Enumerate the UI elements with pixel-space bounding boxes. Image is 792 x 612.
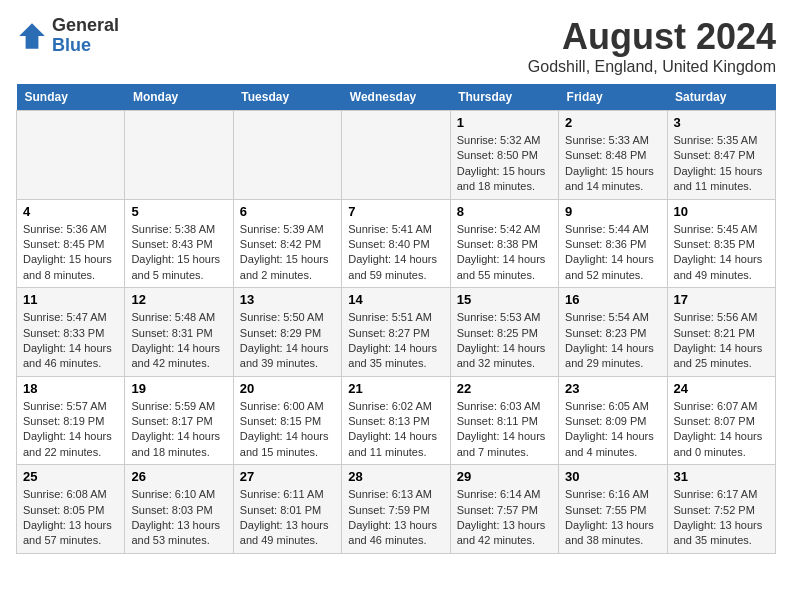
calendar-cell: 26Sunrise: 6:10 AMSunset: 8:03 PMDayligh… xyxy=(125,465,233,554)
day-number: 12 xyxy=(131,292,226,307)
day-info: Sunrise: 5:41 AMSunset: 8:40 PMDaylight:… xyxy=(348,222,443,284)
calendar-cell: 30Sunrise: 6:16 AMSunset: 7:55 PMDayligh… xyxy=(559,465,667,554)
day-info: Sunrise: 6:00 AMSunset: 8:15 PMDaylight:… xyxy=(240,399,335,461)
calendar-cell: 15Sunrise: 5:53 AMSunset: 8:25 PMDayligh… xyxy=(450,288,558,377)
day-number: 11 xyxy=(23,292,118,307)
day-number: 4 xyxy=(23,204,118,219)
day-number: 15 xyxy=(457,292,552,307)
day-info: Sunrise: 6:14 AMSunset: 7:57 PMDaylight:… xyxy=(457,487,552,549)
day-info: Sunrise: 5:36 AMSunset: 8:45 PMDaylight:… xyxy=(23,222,118,284)
calendar-cell: 17Sunrise: 5:56 AMSunset: 8:21 PMDayligh… xyxy=(667,288,775,377)
calendar-cell: 7Sunrise: 5:41 AMSunset: 8:40 PMDaylight… xyxy=(342,199,450,288)
day-info: Sunrise: 5:32 AMSunset: 8:50 PMDaylight:… xyxy=(457,133,552,195)
logo-icon xyxy=(16,20,48,52)
day-number: 16 xyxy=(565,292,660,307)
day-number: 29 xyxy=(457,469,552,484)
day-number: 2 xyxy=(565,115,660,130)
calendar-cell: 28Sunrise: 6:13 AMSunset: 7:59 PMDayligh… xyxy=(342,465,450,554)
day-info: Sunrise: 6:11 AMSunset: 8:01 PMDaylight:… xyxy=(240,487,335,549)
calendar-week-5: 25Sunrise: 6:08 AMSunset: 8:05 PMDayligh… xyxy=(17,465,776,554)
day-number: 24 xyxy=(674,381,769,396)
day-number: 10 xyxy=(674,204,769,219)
calendar-cell xyxy=(17,111,125,200)
day-number: 18 xyxy=(23,381,118,396)
day-info: Sunrise: 6:08 AMSunset: 8:05 PMDaylight:… xyxy=(23,487,118,549)
calendar-cell: 24Sunrise: 6:07 AMSunset: 8:07 PMDayligh… xyxy=(667,376,775,465)
day-number: 3 xyxy=(674,115,769,130)
day-info: Sunrise: 5:38 AMSunset: 8:43 PMDaylight:… xyxy=(131,222,226,284)
logo-text: General Blue xyxy=(52,16,119,56)
day-info: Sunrise: 5:35 AMSunset: 8:47 PMDaylight:… xyxy=(674,133,769,195)
calendar-cell: 1Sunrise: 5:32 AMSunset: 8:50 PMDaylight… xyxy=(450,111,558,200)
day-info: Sunrise: 6:05 AMSunset: 8:09 PMDaylight:… xyxy=(565,399,660,461)
calendar-week-4: 18Sunrise: 5:57 AMSunset: 8:19 PMDayligh… xyxy=(17,376,776,465)
day-info: Sunrise: 6:02 AMSunset: 8:13 PMDaylight:… xyxy=(348,399,443,461)
calendar-body: 1Sunrise: 5:32 AMSunset: 8:50 PMDaylight… xyxy=(17,111,776,554)
day-info: Sunrise: 5:59 AMSunset: 8:17 PMDaylight:… xyxy=(131,399,226,461)
calendar-cell: 18Sunrise: 5:57 AMSunset: 8:19 PMDayligh… xyxy=(17,376,125,465)
day-info: Sunrise: 6:03 AMSunset: 8:11 PMDaylight:… xyxy=(457,399,552,461)
day-number: 21 xyxy=(348,381,443,396)
day-info: Sunrise: 5:51 AMSunset: 8:27 PMDaylight:… xyxy=(348,310,443,372)
day-info: Sunrise: 5:47 AMSunset: 8:33 PMDaylight:… xyxy=(23,310,118,372)
day-number: 28 xyxy=(348,469,443,484)
day-info: Sunrise: 5:48 AMSunset: 8:31 PMDaylight:… xyxy=(131,310,226,372)
day-info: Sunrise: 5:54 AMSunset: 8:23 PMDaylight:… xyxy=(565,310,660,372)
day-info: Sunrise: 5:45 AMSunset: 8:35 PMDaylight:… xyxy=(674,222,769,284)
calendar-cell: 3Sunrise: 5:35 AMSunset: 8:47 PMDaylight… xyxy=(667,111,775,200)
day-info: Sunrise: 6:10 AMSunset: 8:03 PMDaylight:… xyxy=(131,487,226,549)
day-info: Sunrise: 5:42 AMSunset: 8:38 PMDaylight:… xyxy=(457,222,552,284)
header-row: Sunday Monday Tuesday Wednesday Thursday… xyxy=(17,84,776,111)
header-tuesday: Tuesday xyxy=(233,84,341,111)
day-number: 26 xyxy=(131,469,226,484)
header-wednesday: Wednesday xyxy=(342,84,450,111)
day-info: Sunrise: 5:50 AMSunset: 8:29 PMDaylight:… xyxy=(240,310,335,372)
logo-blue: Blue xyxy=(52,36,119,56)
calendar-cell xyxy=(233,111,341,200)
day-number: 30 xyxy=(565,469,660,484)
calendar-week-2: 4Sunrise: 5:36 AMSunset: 8:45 PMDaylight… xyxy=(17,199,776,288)
day-info: Sunrise: 5:44 AMSunset: 8:36 PMDaylight:… xyxy=(565,222,660,284)
day-number: 9 xyxy=(565,204,660,219)
header-monday: Monday xyxy=(125,84,233,111)
calendar-cell: 13Sunrise: 5:50 AMSunset: 8:29 PMDayligh… xyxy=(233,288,341,377)
calendar-header: Sunday Monday Tuesday Wednesday Thursday… xyxy=(17,84,776,111)
header-sunday: Sunday xyxy=(17,84,125,111)
calendar-cell: 19Sunrise: 5:59 AMSunset: 8:17 PMDayligh… xyxy=(125,376,233,465)
svg-marker-0 xyxy=(19,23,45,49)
header-saturday: Saturday xyxy=(667,84,775,111)
subtitle: Godshill, England, United Kingdom xyxy=(528,58,776,76)
day-number: 22 xyxy=(457,381,552,396)
day-number: 8 xyxy=(457,204,552,219)
day-number: 25 xyxy=(23,469,118,484)
calendar-cell: 2Sunrise: 5:33 AMSunset: 8:48 PMDaylight… xyxy=(559,111,667,200)
main-title: August 2024 xyxy=(528,16,776,58)
calendar-cell: 21Sunrise: 6:02 AMSunset: 8:13 PMDayligh… xyxy=(342,376,450,465)
calendar-cell: 20Sunrise: 6:00 AMSunset: 8:15 PMDayligh… xyxy=(233,376,341,465)
day-number: 13 xyxy=(240,292,335,307)
day-info: Sunrise: 6:13 AMSunset: 7:59 PMDaylight:… xyxy=(348,487,443,549)
logo-general: General xyxy=(52,16,119,36)
day-info: Sunrise: 5:39 AMSunset: 8:42 PMDaylight:… xyxy=(240,222,335,284)
calendar-cell xyxy=(125,111,233,200)
day-number: 20 xyxy=(240,381,335,396)
page-header: General Blue August 2024 Godshill, Engla… xyxy=(16,16,776,76)
day-info: Sunrise: 6:17 AMSunset: 7:52 PMDaylight:… xyxy=(674,487,769,549)
calendar-cell: 29Sunrise: 6:14 AMSunset: 7:57 PMDayligh… xyxy=(450,465,558,554)
day-info: Sunrise: 6:07 AMSunset: 8:07 PMDaylight:… xyxy=(674,399,769,461)
day-info: Sunrise: 5:53 AMSunset: 8:25 PMDaylight:… xyxy=(457,310,552,372)
logo: General Blue xyxy=(16,16,119,56)
calendar-week-3: 11Sunrise: 5:47 AMSunset: 8:33 PMDayligh… xyxy=(17,288,776,377)
calendar-cell: 9Sunrise: 5:44 AMSunset: 8:36 PMDaylight… xyxy=(559,199,667,288)
calendar-cell: 5Sunrise: 5:38 AMSunset: 8:43 PMDaylight… xyxy=(125,199,233,288)
day-number: 31 xyxy=(674,469,769,484)
day-number: 7 xyxy=(348,204,443,219)
calendar-cell: 27Sunrise: 6:11 AMSunset: 8:01 PMDayligh… xyxy=(233,465,341,554)
day-number: 23 xyxy=(565,381,660,396)
day-number: 19 xyxy=(131,381,226,396)
calendar-cell: 23Sunrise: 6:05 AMSunset: 8:09 PMDayligh… xyxy=(559,376,667,465)
calendar-cell: 6Sunrise: 5:39 AMSunset: 8:42 PMDaylight… xyxy=(233,199,341,288)
day-info: Sunrise: 5:57 AMSunset: 8:19 PMDaylight:… xyxy=(23,399,118,461)
day-number: 1 xyxy=(457,115,552,130)
calendar-cell: 22Sunrise: 6:03 AMSunset: 8:11 PMDayligh… xyxy=(450,376,558,465)
